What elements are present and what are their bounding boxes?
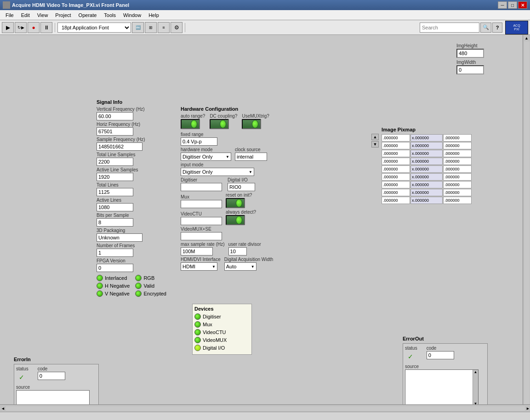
- active-line-samples-value[interactable]: 1920: [97, 173, 133, 181]
- pixmap-cell: .000000: [443, 158, 472, 165]
- always-detect-label: always detect?: [226, 210, 256, 215]
- digitiser-value[interactable]: [181, 183, 222, 191]
- valid-label: Valid: [143, 283, 154, 289]
- menu-view[interactable]: View: [34, 11, 52, 19]
- source-scroll-up[interactable]: ▲: [473, 370, 478, 374]
- active-line-samples-group: Active Line Samples 1920: [97, 167, 177, 181]
- error-in-code-value[interactable]: 0: [38, 372, 65, 380]
- hw-mode-arrow: ▼: [226, 155, 229, 159]
- pixmap-arrows: ▲ ▼: [371, 134, 379, 148]
- menu-project[interactable]: Project: [51, 11, 74, 19]
- pixmap-cell: .000000: [382, 150, 410, 157]
- font-selector[interactable]: 18pt Application Font: [57, 23, 131, 33]
- pause-button[interactable]: ⏸: [40, 22, 52, 33]
- img-height-value[interactable]: 480: [456, 49, 484, 58]
- use-muxtrig-toggle[interactable]: [242, 119, 261, 129]
- error-out-source-area[interactable]: ▲ ▼: [405, 369, 479, 406]
- 3d-packaging-value[interactable]: Unknown: [97, 233, 142, 242]
- run-continuous-button[interactable]: ↻▶: [15, 22, 27, 33]
- error-out-code-value[interactable]: 0: [427, 351, 454, 359]
- led-col-left: Interlaced H Negative V Negative: [97, 275, 130, 298]
- dc-coupling-group: DC coupling?: [210, 114, 237, 129]
- main-scrollbar-vertical[interactable]: ▲ ▼: [523, 35, 530, 412]
- error-out-code-group: code 0: [427, 346, 454, 362]
- img-width-value[interactable]: 0: [456, 65, 484, 74]
- input-mode-dropdown[interactable]: Digitiser Only ▼: [181, 168, 254, 176]
- hdmi-dvi-group: HDMI/DVI Interface HDMI ▼: [181, 257, 221, 271]
- scroll-up-arrow[interactable]: ▲: [524, 36, 529, 40]
- total-line-samples-value[interactable]: 2200: [97, 158, 133, 166]
- error-in-code-label: code: [38, 366, 65, 371]
- fpga-version-value[interactable]: 0: [97, 264, 133, 272]
- menu-operate[interactable]: Operate: [75, 11, 101, 19]
- user-rate-divisor-value[interactable]: 10: [228, 247, 247, 255]
- always-detect-group: always detect?: [226, 210, 256, 225]
- clock-source-value[interactable]: internal: [235, 153, 267, 161]
- active-lines-value[interactable]: 1080: [97, 203, 133, 211]
- pixmap-cell: x.000000: [410, 158, 443, 165]
- total-lines-value[interactable]: 1125: [97, 188, 133, 196]
- error-out-status-group: status ✓: [405, 346, 417, 362]
- fixed-range-value[interactable]: 0.4 Vp-p: [181, 137, 217, 146]
- run-button[interactable]: ▶: [2, 22, 14, 33]
- align-button[interactable]: ≡: [158, 22, 170, 33]
- fixed-range-group: fixed range 0.4 Vp-p: [181, 132, 293, 146]
- device-label: Mux: [203, 322, 212, 327]
- scroll-track-h: [6, 406, 525, 411]
- hw-mode-dropdown[interactable]: Digitiser Only ▼: [181, 153, 231, 161]
- pixmap-down-arrow[interactable]: ▼: [371, 141, 379, 148]
- search-button[interactable]: 🔍: [480, 23, 491, 33]
- signal-info-title: Signal Info: [97, 99, 177, 105]
- hdmi-dvi-dropdown[interactable]: HDMI ▼: [181, 262, 217, 271]
- pixmap-row: .000000x.000000.000000: [382, 142, 472, 149]
- device-led: [194, 329, 201, 335]
- input-mode-group: input mode Digitiser Only ▼: [181, 162, 293, 176]
- error-out-box: status ✓ code 0 source ▲ ▼: [403, 343, 488, 409]
- active-lines-group: Active Lines 1080: [97, 198, 177, 211]
- window-title: Acquire HDMI Video To Image_PXI.vi Front…: [12, 2, 129, 8]
- scroll-right-arrow[interactable]: ►: [526, 406, 530, 411]
- menu-edit[interactable]: Edit: [17, 11, 34, 19]
- auto-range-toggle[interactable]: [181, 119, 200, 129]
- minimize-button[interactable]: ─: [498, 1, 507, 9]
- scroll-left-arrow[interactable]: ◄: [1, 406, 5, 411]
- maximize-button[interactable]: □: [508, 1, 517, 9]
- pixmap-row: .000000x.000000.000000: [382, 158, 472, 165]
- stop-button[interactable]: ●: [28, 22, 40, 33]
- menu-tools[interactable]: Tools: [100, 11, 120, 19]
- pixmap-up-arrow[interactable]: ▲: [371, 134, 379, 140]
- menu-file[interactable]: File: [2, 11, 17, 19]
- dc-coupling-toggle[interactable]: [210, 119, 229, 129]
- horiz-freq-value[interactable]: 67501: [97, 127, 133, 136]
- pixmap-cell: .000000: [443, 181, 472, 188]
- digital-acq-width-dropdown[interactable]: Auto ▼: [224, 262, 256, 271]
- mux-value[interactable]: [181, 200, 222, 208]
- settings-button[interactable]: ⚙: [171, 22, 182, 33]
- reset-init-toggle[interactable]: [226, 198, 245, 208]
- sample-freq-value[interactable]: 148501662: [97, 142, 142, 151]
- help-button[interactable]: ?: [492, 23, 502, 33]
- devices-title: Devices: [194, 306, 250, 312]
- num-frames-value[interactable]: 1: [97, 249, 133, 257]
- search-input[interactable]: [420, 23, 479, 33]
- toolbar: ▶ ↻▶ ● ⏸ 18pt Application Font 🔤 ⊞ ≡ ⚙ 🔍…: [0, 20, 530, 35]
- vertical-freq-value[interactable]: 60.00: [97, 112, 133, 120]
- always-detect-toggle[interactable]: [226, 215, 245, 225]
- led-encrypted: Encrypted: [135, 290, 166, 297]
- max-sample-rate-group: max sample rate (Hz) 100M: [181, 242, 225, 255]
- rgb-led: [135, 275, 142, 281]
- menu-window[interactable]: Window: [120, 11, 145, 19]
- main-scrollbar-horizontal[interactable]: ◄ ►: [0, 404, 530, 412]
- bits-per-sample-value[interactable]: 8: [97, 218, 133, 227]
- menu-help[interactable]: Help: [145, 11, 163, 19]
- text-settings-button[interactable]: 🔤: [132, 22, 144, 33]
- videoctu-value[interactable]: [181, 217, 222, 225]
- videomux-se-value[interactable]: [181, 232, 222, 240]
- max-sample-rate-value[interactable]: 100M: [181, 247, 213, 255]
- pixmap-row: .000000x.000000.000000: [382, 134, 472, 142]
- close-button[interactable]: ✕: [518, 1, 527, 9]
- device-item: VideoCTU: [194, 329, 250, 335]
- digital-io-value[interactable]: RIO0: [228, 183, 255, 191]
- total-line-samples-label: Total Line Samples: [97, 152, 177, 157]
- grid-button[interactable]: ⊞: [145, 22, 157, 33]
